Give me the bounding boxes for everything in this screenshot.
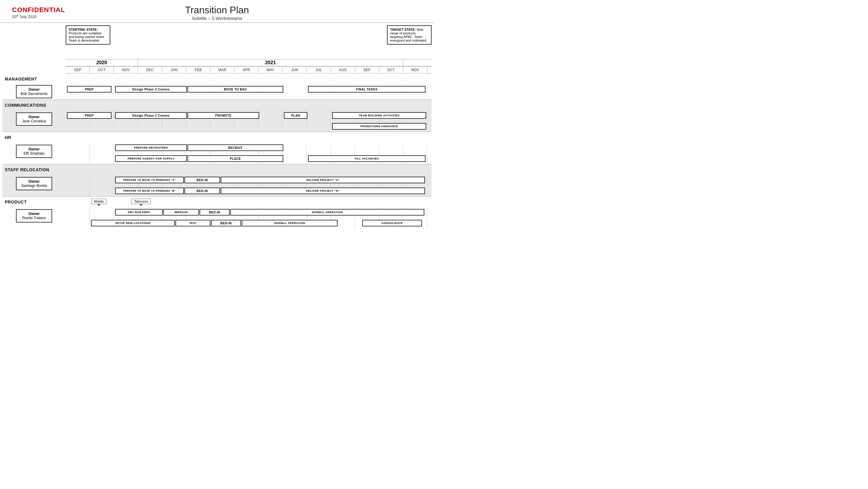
hr-row-1: PREPARE RECRUITERS RECRUIT (66, 142, 432, 153)
management-header: MANAGEMENT (2, 73, 432, 84)
comms-owner-box: Owner Jane Cornelius (16, 113, 52, 126)
month-nov-2021: NOV (403, 67, 427, 73)
workstream-communications: COMMUNICATIONS Owner Jane Cornelius (2, 100, 432, 132)
reloc-row-2: PREPARE TO MOVE TO PREMISES "B" BED-IN D… (66, 185, 432, 196)
management-owner-box: Owner Bob Sacramento (16, 85, 52, 98)
tooltip-mobile: Mobile (91, 198, 106, 204)
gantt-wrapper: STARTING STATE: Products are outdated an… (0, 23, 434, 228)
year-row: 2020 2021 (66, 59, 432, 66)
comms-row-2: PROMOTIONS ANNOUNCE (66, 121, 432, 132)
product-row-1: DRY RUN PREP IMPROVE BED-IN NORMAL OPERA… (66, 207, 432, 218)
task-product-improve: IMPROVE (163, 209, 199, 216)
product-owner-col: Owner Rumbi Tratano (2, 207, 66, 228)
month-oct-2021: OCT (379, 67, 403, 73)
task-hr-prep-recruiters: PREPARE RECRUITERS (115, 145, 187, 151)
owner-name-product: Rumbi Tratano (20, 216, 48, 220)
owner-name-reloc: Santiago Bonita (20, 184, 48, 188)
owner-label-mgmt: Owner (20, 87, 48, 92)
month-may-2021: MAY (258, 67, 283, 73)
task-comms-promote: PROMOTE (187, 112, 259, 119)
workstream-management: MANAGEMENT Owner Bob Sacramento (2, 73, 432, 99)
product-row-2: SETUP NEW LOCATIONS TEST BED-IN NORMAL O… (66, 218, 432, 228)
task-reloc-prep-b: PREPARE TO MOVE TO PREMISES "B" (115, 187, 184, 194)
owner-label-comms: Owner (20, 115, 48, 119)
task-product-bedin2: BED-IN (211, 220, 241, 226)
month-oct-2020: OCT (90, 67, 114, 73)
task-product-test: TEST (176, 220, 210, 226)
comms-rows: Owner Jane Cornelius (2, 110, 432, 132)
month-jan-2021: JAN (162, 67, 186, 73)
hr-title: HR (5, 134, 11, 141)
main-title: Transition Plan (185, 4, 249, 16)
task-hr-place: PLACE (187, 155, 283, 162)
task-product-bedin: BED-IN (199, 209, 230, 216)
task-hr-recruit: RECRUIT (187, 145, 283, 151)
product-gantt: Mobile Telecoms (66, 207, 432, 228)
month-header: SEP OCT NOV DEC JAN FEB MAR APR MAY JUN … (66, 66, 432, 73)
owner-name-mgmt: Bob Sacramento (20, 92, 48, 96)
comms-row-1: PREP Design Phase 2 Comms PROMOTE PLAN T… (66, 110, 432, 121)
task-comms-promo-announce: PROMOTIONS ANNOUNCE (332, 123, 426, 130)
product-title: PRODUCT (5, 198, 27, 206)
task-reloc-prep-a: PREPARE TO MOVE TO PREMISES "A" (115, 177, 184, 183)
month-apr-2021: APR (235, 67, 258, 73)
product-rows: Owner Rumbi Tratano Mobile Telecoms (2, 207, 432, 228)
management-row-1: PREP Design Phase 2 Comms MOVE TO BAU FI… (66, 84, 432, 95)
relocation-owner-col: Owner Santiago Bonita (2, 175, 66, 196)
comms-gantt: PREP Design Phase 2 Comms PROMOTE PLAN T… (66, 110, 432, 132)
month-nov-2020: NOV (114, 67, 138, 73)
owner-name-comms: Jane Cornelius (20, 119, 48, 123)
relocation-owner-box: Owner Santiago Bonita (16, 177, 52, 190)
month-jul-2021: JUL (307, 67, 331, 73)
management-rows: Owner Bob Sacramento (2, 84, 432, 99)
product-owner-box: Owner Rumbi Tratano (16, 209, 52, 222)
relocation-header: STAFF RELOCATION (2, 164, 432, 175)
task-comms-design: Design Phase 2 Comms (115, 112, 187, 119)
tooltip-telecoms: Telecoms (131, 198, 151, 204)
task-hr-prep-agency: PREPARE AGENCY FOR SUPPLY (115, 155, 187, 162)
year-2021: 2021 (138, 59, 403, 66)
workstream-hr: HR Owner Effi Smartato (2, 132, 432, 164)
page-header: CONFIDENTIAL 20th July 2020 Transition P… (0, 0, 434, 23)
task-hr-fill: FILL VACANCIES (308, 155, 426, 162)
comms-header: COMMUNICATIONS (2, 100, 432, 110)
comms-owner-col: Owner Jane Cornelius (2, 110, 66, 132)
hr-gantt: PREPARE RECRUITERS RECRUIT (66, 142, 432, 164)
confidential-text: CONFIDENTIAL (12, 6, 65, 13)
comms-title: COMMUNICATIONS (5, 101, 46, 109)
task-comms-plan: PLAN (284, 112, 307, 119)
reloc-row-1: PREPARE TO MOVE TO PREMISES "A" BED-IN D… (66, 175, 432, 185)
task-mgmt-design: Design Phase 2 Comms (115, 86, 187, 93)
management-title: MANAGEMENT (5, 75, 37, 83)
management-gantt: PREP Design Phase 2 Comms MOVE TO BAU FI… (66, 84, 432, 99)
hr-row-2: PREPARE AGENCY FOR SUPPLY PLACE FILL VAC… (66, 153, 432, 164)
starting-state-box: STARTING STATE: Products are outdated an… (66, 25, 110, 44)
bg-9 (283, 84, 307, 95)
hr-header: HR (2, 132, 432, 142)
starting-state-text: Products are outdated and losing market … (69, 31, 105, 42)
relocation-rows: Owner Santiago Bonita (2, 175, 432, 196)
owner-name-hr: Effi Smartato (20, 151, 48, 156)
task-comms-prep: PREP (67, 112, 112, 119)
subtitle: Subtitle – 5 Workstreams (185, 16, 249, 21)
owner-label-product: Owner (20, 212, 48, 216)
task-product-dryrun: DRY RUN PREP (115, 209, 163, 216)
task-product-normal: NORMAL OPERATION (230, 209, 424, 216)
title-block: Transition Plan Subtitle – 5 Workstreams (185, 4, 249, 21)
workstream-product: PRODUCT Owner Rumbi Tratano Mobile (2, 196, 432, 228)
task-mgmt-bau: MOVE TO BAU (187, 86, 283, 93)
month-sep-2020: SEP (66, 67, 90, 73)
month-aug-2021: AUG (331, 67, 355, 73)
product-header: PRODUCT (2, 196, 432, 207)
month-mar-2021: MAR (210, 67, 235, 73)
task-reloc-deliver-n: DELIVER PROJECT "N" (221, 187, 425, 194)
task-mgmt-prep: PREP (67, 86, 112, 93)
task-reloc-bedin-a: BED-IN (184, 177, 220, 183)
task-product-consolidate: CONSOLIDATE (362, 220, 422, 226)
year-2020: 2020 (66, 59, 138, 66)
owner-label-hr: Owner (20, 147, 48, 151)
task-mgmt-final: FINAL TASKS (308, 86, 426, 93)
task-reloc-bedin-b: BED-IN (184, 187, 220, 194)
workstream-relocation: STAFF RELOCATION Owner Santiago Bonita (2, 164, 432, 196)
owner-label-reloc: Owner (20, 179, 48, 184)
